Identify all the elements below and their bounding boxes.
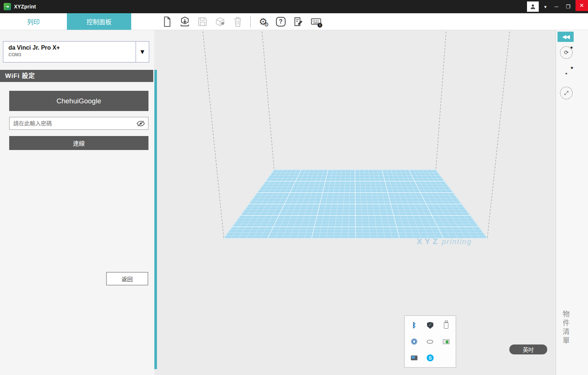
tab-print[interactable]: 列印 xyxy=(0,13,67,30)
sidebar-scrollbar[interactable] xyxy=(154,70,157,369)
title-bar: ➜ XYZprint ▾ ─ ❐ ✕ xyxy=(0,0,588,13)
import-model-button[interactable] xyxy=(179,15,191,28)
close-button[interactable]: ✕ xyxy=(576,0,588,11)
minimize-button[interactable]: ─ xyxy=(551,1,562,12)
disc-burner-icon[interactable] xyxy=(410,338,418,346)
export-package-icon xyxy=(215,16,226,27)
nvidia-settings-icon[interactable] xyxy=(426,338,434,346)
bluetooth-icon[interactable]: ᛒ xyxy=(410,321,418,329)
new-file-button[interactable] xyxy=(161,15,173,28)
object-list-label: 物件清單 xyxy=(560,310,570,346)
restore-button[interactable]: ❐ xyxy=(562,1,574,12)
scale-view-button[interactable]: ▪★ xyxy=(560,67,573,79)
chamber-edge-line xyxy=(203,32,224,238)
graphics-card-icon[interactable] xyxy=(442,338,450,346)
print-bed-viewport[interactable]: XYZ printing 英吋 ᛒ S xyxy=(157,30,556,375)
chamber-edge-line xyxy=(262,32,274,170)
wifi-connect-button[interactable]: 連線 xyxy=(9,136,148,150)
skype-icon[interactable]: S xyxy=(426,354,434,362)
new-file-icon xyxy=(162,16,172,27)
gear-small-icon: ⚙ xyxy=(264,22,269,27)
import-model-icon xyxy=(179,16,190,27)
collapse-panel-button[interactable]: ◀◀ xyxy=(557,32,574,42)
star-icon: ★ xyxy=(570,45,573,50)
printer-dropdown-arrow-icon[interactable]: ▼ xyxy=(136,42,149,62)
fit-view-button[interactable]: ⟳★ xyxy=(560,46,573,59)
export-package-button[interactable] xyxy=(214,15,226,28)
top-toolbar: 列印 控制面板 xyxy=(0,13,588,30)
printer-info-button[interactable]: i xyxy=(310,15,322,28)
printer-selector[interactable]: da Vinci Jr. Pro X+ COM3 ▼ xyxy=(3,41,149,63)
wifi-password-input[interactable] xyxy=(10,117,133,129)
chamber-edge-line xyxy=(436,32,446,170)
unit-toggle-button[interactable]: 英吋 xyxy=(509,344,547,354)
toolbar-divider xyxy=(250,16,251,27)
defender-shield-icon[interactable] xyxy=(426,321,434,329)
save-icon xyxy=(197,17,208,27)
delete-button[interactable] xyxy=(232,15,244,28)
wifi-ssid-button[interactable]: ChehuiGoogle xyxy=(9,91,148,111)
star-icon: ★ xyxy=(570,65,574,70)
bed-watermark: XYZ printing xyxy=(417,237,472,246)
save-button[interactable] xyxy=(197,15,208,28)
print-log-button[interactable] xyxy=(293,15,304,28)
user-avatar-button[interactable] xyxy=(527,1,539,12)
wifi-password-field-wrap xyxy=(9,117,148,130)
trash-icon xyxy=(233,16,243,27)
show-password-toggle[interactable] xyxy=(133,117,148,129)
back-button[interactable]: 返回 xyxy=(106,272,148,285)
printer-name: da Vinci Jr. Pro X+ xyxy=(8,44,136,51)
tab-control-panel[interactable]: 控制面板 xyxy=(67,13,131,30)
settings-button[interactable]: ⚙ ⚙ xyxy=(257,15,269,28)
rotate-view-button[interactable]: ⤢ xyxy=(560,87,573,99)
system-tray-popup: ᛒ S xyxy=(404,315,456,368)
wifi-settings-header: WiFi 設定 xyxy=(0,70,153,82)
chamber-edge-line xyxy=(487,32,510,238)
display-adapter-icon[interactable] xyxy=(410,354,418,362)
info-badge-icon: i xyxy=(318,23,322,28)
app-logo-icon: ➜ xyxy=(4,3,11,10)
watermark-printing: printing xyxy=(442,238,472,246)
log-pen-icon xyxy=(293,16,304,27)
print-bed-3d-canvas[interactable] xyxy=(157,30,556,375)
help-icon: ? xyxy=(276,17,286,26)
object-list-rail: ◀◀ ⟳★ ▪★ ⤢ 物件清單 xyxy=(556,30,588,375)
control-panel-sidebar: da Vinci Jr. Pro X+ COM3 ▼ WiFi 設定 Chehu… xyxy=(0,30,154,375)
watermark-xyz: XYZ xyxy=(417,237,440,246)
person-icon xyxy=(530,3,536,10)
help-button[interactable]: ? xyxy=(275,15,287,28)
printer-port: COM3 xyxy=(8,52,136,57)
usb-drive-icon[interactable] xyxy=(442,321,450,329)
account-dropdown-caret[interactable]: ▾ xyxy=(540,1,551,12)
window-title: XYZprint xyxy=(14,4,36,10)
eye-slash-icon xyxy=(136,120,145,127)
